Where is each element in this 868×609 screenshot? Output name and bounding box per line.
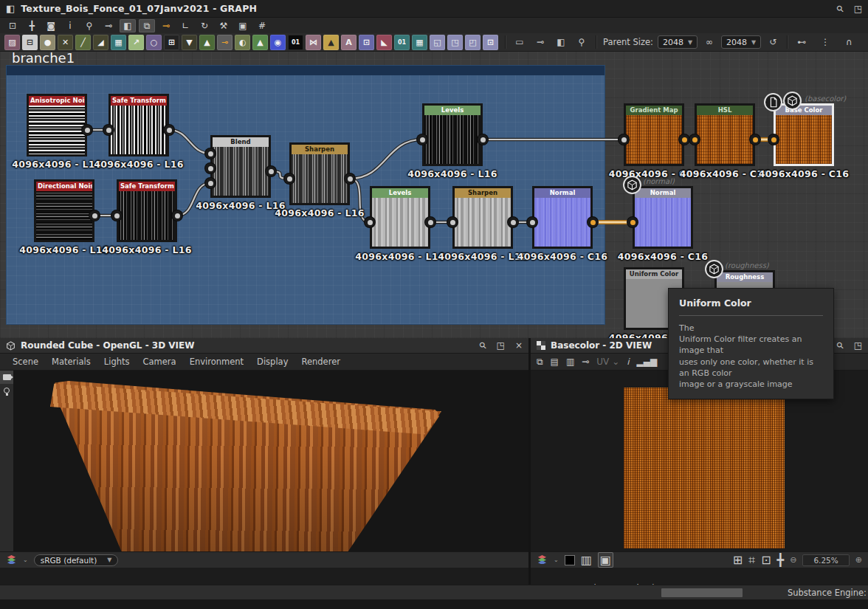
comment-icon[interactable]: ▭ [512,35,527,49]
background-color-swatch[interactable] [565,555,575,565]
safe-transform-node-icon[interactable]: ▦ [412,35,427,50]
cube-output-badge-icon[interactable] [705,260,723,278]
view3d-viewport[interactable]: ≣ [0,371,528,568]
close-icon[interactable]: × [515,340,523,351]
output-port[interactable] [89,210,100,221]
float-panel-icon[interactable]: ◳ [854,340,862,351]
curve-node-icon[interactable]: ╱ [75,35,91,50]
info-dropdown-icon[interactable]: i [62,19,78,32]
sphere-node-icon[interactable]: ◐ [235,35,250,50]
display-mode-icon[interactable]: ▣ [598,552,613,568]
info-icon[interactable]: i [627,357,629,367]
snap-magnet-icon[interactable]: ∩ [841,35,856,49]
node-blend[interactable]: Blend [210,135,271,198]
zoom-out-button[interactable]: ⊖ [790,555,796,565]
reset-size-icon[interactable]: ↺ [765,35,780,49]
tiling-mode-icon[interactable]: ⊞ [733,553,743,567]
subgraph-icon[interactable]: ◧ [554,35,568,49]
flood-fill-node-icon[interactable]: ◣ [376,35,392,50]
grid-snap-icon[interactable]: # [254,19,270,32]
input-port[interactable] [527,217,537,227]
histogram-icon[interactable]: ▂▄▆ [637,357,658,367]
menu-renderer[interactable]: Renderer [294,357,347,367]
menu-materials[interactable]: Materials [45,357,97,367]
link-node-icon[interactable]: ⊸ [582,357,589,367]
terrain-node-icon[interactable]: ▲ [199,35,215,50]
input-port[interactable] [768,134,779,145]
camera-tool-icon[interactable] [0,371,13,384]
output-port[interactable] [82,125,92,135]
input-port[interactable] [111,210,122,221]
float-panel-icon[interactable]: ◳ [854,4,862,14]
thumbnail-display-icon[interactable]: ▣ [235,19,251,32]
output-port[interactable] [478,134,488,145]
selection-node-icon[interactable]: ⊡ [359,35,374,50]
link-size-icon[interactable]: ∞ [702,35,717,49]
dot-link-icon[interactable]: ⊸ [533,35,548,49]
file-output-badge-icon[interactable] [764,93,782,111]
node-anisotropic_noise[interactable]: Anisotropic Noise [27,94,87,156]
menu-lights[interactable]: Lights [97,357,137,367]
pin-icon[interactable]: ⚲ [480,340,486,351]
colorspace-select[interactable]: sRGB (default)▼ [34,554,119,566]
cube-output-badge-icon[interactable] [623,176,641,194]
zoom-in-button[interactable]: ⊕ [855,555,862,565]
input-port[interactable] [417,134,427,145]
channel-shuffle-node-icon[interactable]: ✕ [58,35,73,50]
menu-environment[interactable]: Environment [183,357,250,367]
output-port[interactable] [588,217,598,227]
dot-node-icon[interactable]: ⊸ [217,35,232,50]
pin-icon[interactable]: ⚲ [837,340,844,351]
tools-icon[interactable]: ⚒ [216,19,232,32]
view2d-viewport[interactable]: 4096 x 4096 (RGBA, 16bpc) [531,371,868,568]
node-hsl[interactable]: HSL [695,103,755,166]
light-tool-icon[interactable] [0,384,13,397]
menu-camera[interactable]: Camera [136,357,182,367]
tile-sampler-node-icon[interactable]: ⊞ [164,35,179,50]
export-image-icon[interactable]: ⧉ [537,357,543,367]
node-base_color[interactable]: Base Color [774,103,834,166]
output-port[interactable] [345,173,355,184]
border-frame-node-icon[interactable]: ⊡ [483,35,498,50]
input-port[interactable] [103,125,114,135]
colorspace-layers-icon[interactable] [6,553,17,567]
node-safe_transform_1[interactable]: Safe Transform Graysc... [108,94,169,156]
input-port[interactable] [205,163,216,173]
input-port[interactable] [284,173,294,184]
parent-height-select[interactable]: 2048▼ [721,35,761,49]
menu-scene[interactable]: Scene [6,357,45,367]
output-port[interactable] [750,134,760,145]
quantize-node-icon[interactable]: 01 [394,35,410,50]
input-port[interactable] [205,178,216,188]
pan-view-icon[interactable]: ╋ [777,553,785,567]
output-port[interactable] [425,217,435,227]
input-port[interactable] [627,217,638,227]
node-directional_noise[interactable]: Directional Noise 2 [34,179,94,242]
pin-icon[interactable]: ⚲ [837,4,844,14]
menu-display[interactable]: Display [250,357,294,367]
node-gradient_map[interactable]: Gradient Map [624,103,684,166]
height-extract-node-icon[interactable]: ▼ [182,35,197,50]
normal-node-icon[interactable]: ↗ [128,35,144,50]
vertical-spacing-icon[interactable]: ⋮ [818,35,833,49]
zoom-level[interactable]: 6.25% [802,554,849,566]
fit-view-icon[interactable]: ⊡ [761,553,771,567]
output-port[interactable] [172,210,182,221]
node-safe_transform_2[interactable]: Safe Transform Graysc... [117,179,177,242]
output-port[interactable] [266,166,276,176]
warning-node-icon[interactable]: ▲ [323,35,339,50]
single-tile-icon[interactable]: ⌗ [748,553,755,567]
node-sharpen_2[interactable]: Sharpen [452,186,513,249]
parent-width-select[interactable]: 2048▼ [658,35,698,49]
layers-view-icon[interactable]: ⧉ [139,19,155,32]
wire-style-icon[interactable]: ⊸ [158,19,174,32]
pyramid-node-icon[interactable]: ▲ [252,35,268,50]
text-node-icon[interactable]: A [341,35,356,50]
compute-timer-icon[interactable]: ↻ [196,19,213,32]
channel-split-icon[interactable]: ▥ [581,553,592,567]
node-sharpen_1[interactable]: Sharpen [289,142,350,205]
distance-node-icon[interactable]: ▦ [111,35,126,50]
output-port[interactable] [164,125,174,135]
region-frame-node-icon[interactable]: ◰ [465,35,480,50]
save-image-icon[interactable]: ▤ [551,357,559,367]
